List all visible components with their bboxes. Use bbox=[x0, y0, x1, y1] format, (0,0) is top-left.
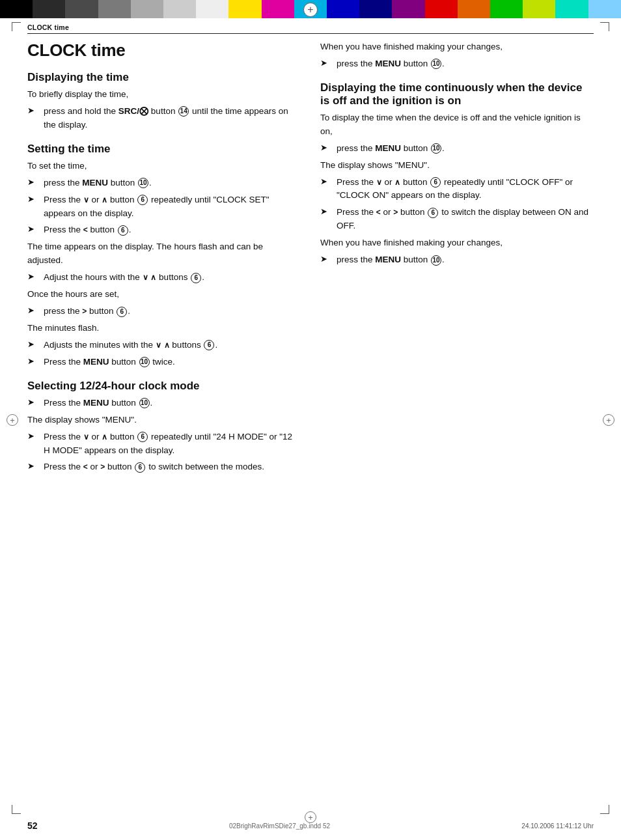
arrow-icon: ➤ bbox=[320, 254, 335, 264]
list-item: ➤ press the MENU button 10. bbox=[320, 57, 594, 71]
continuous-intro: To display the time when the device is o… bbox=[320, 111, 594, 139]
right-intro: When you have finished making your chang… bbox=[320, 40, 594, 54]
color-lime bbox=[523, 0, 555, 18]
color-ltblue bbox=[555, 0, 588, 18]
footer-date: 24.10.2006 11:41:12 Uhr bbox=[521, 822, 594, 830]
arrow-icon: ➤ bbox=[27, 305, 42, 315]
item-text: Press the < or > button 6 to switch the … bbox=[337, 206, 594, 233]
arrow-icon: ➤ bbox=[320, 206, 335, 216]
crosshair-top-center bbox=[303, 3, 318, 17]
page-title: CLOCK time bbox=[27, 40, 301, 61]
list-item: ➤ Adjust the hours with the ∨ ∧ buttons … bbox=[27, 271, 301, 285]
corner-mark-br bbox=[600, 805, 609, 814]
item-text: press the > button 6. bbox=[44, 305, 301, 318]
arrow-icon: ➤ bbox=[320, 143, 335, 152]
mid-text-changes2: When you have finished making your chang… bbox=[320, 236, 594, 250]
heading-setting-time: Setting the time bbox=[27, 143, 301, 156]
arrow-icon: ➤ bbox=[27, 461, 42, 471]
color-red bbox=[425, 0, 458, 18]
two-col-layout: CLOCK time Displaying the time To briefl… bbox=[27, 40, 594, 477]
list-item: ➤ press the MENU button 10. bbox=[320, 142, 594, 156]
item-text: press the MENU button 10. bbox=[337, 253, 594, 267]
list-item: ➤ Adjusts the minutes with the ∨ ∧ butto… bbox=[27, 339, 301, 352]
section-label: CLOCK time bbox=[27, 23, 594, 34]
item-text: Press the MENU button 10. bbox=[44, 397, 301, 410]
list-item: ➤ Press the ∨ or ∧ button 6 repeatedly u… bbox=[27, 193, 301, 221]
item-text: press and hold the SRC/⨂ button 14 until… bbox=[44, 105, 301, 132]
arrow-icon: ➤ bbox=[27, 431, 42, 441]
color-white bbox=[196, 0, 228, 18]
mid-text-minutes: The minutes flash. bbox=[27, 322, 301, 335]
list-item: ➤ Press the MENU button 10. bbox=[27, 397, 301, 410]
item-text: Press the ∨ or ∧ button 6 repeatedly unt… bbox=[337, 176, 594, 203]
item-text: Press the < or > button 6 to switch betw… bbox=[44, 460, 301, 474]
heading-clock-mode: Selecting 12/24-hour clock mode bbox=[27, 380, 301, 393]
arrow-icon: ➤ bbox=[27, 339, 42, 349]
color-orange bbox=[458, 0, 490, 18]
arrow-icon: ➤ bbox=[27, 224, 42, 234]
item-text: press the MENU button 10. bbox=[337, 57, 594, 71]
mid-text-menu2: The display shows "MENU". bbox=[320, 159, 594, 173]
right-column: When you have finished making your chang… bbox=[320, 40, 594, 477]
color-blue bbox=[327, 0, 359, 18]
list-item: ➤ Press the ∨ or ∧ button 6 repeatedly u… bbox=[320, 176, 594, 203]
arrow-icon: ➤ bbox=[27, 356, 42, 366]
corner-mark-bl bbox=[12, 805, 21, 814]
color-green bbox=[490, 0, 523, 18]
arrow-icon: ➤ bbox=[27, 194, 42, 204]
list-item: ➤ Press the < button 6. bbox=[27, 223, 301, 237]
item-text: press the MENU button 10. bbox=[337, 142, 594, 156]
list-item: ➤ Press the < or > button 6 to switch th… bbox=[320, 206, 594, 233]
color-magenta bbox=[262, 0, 294, 18]
setting-time-intro: To set the time, bbox=[27, 160, 301, 173]
color-skyblue bbox=[588, 0, 621, 18]
color-dark2 bbox=[65, 0, 98, 18]
mid-text-hours-set: Once the hours are set, bbox=[27, 288, 301, 301]
heading-displaying-time: Displaying the time bbox=[27, 71, 301, 84]
mid-text-menu: The display shows "MENU". bbox=[27, 413, 301, 427]
arrow-icon: ➤ bbox=[320, 58, 335, 68]
mid-text-hours: The time appears on the display. The hou… bbox=[27, 240, 301, 268]
arrow-icon: ➤ bbox=[27, 272, 42, 281]
page-number: 52 bbox=[27, 820, 38, 831]
list-item: ➤ press and hold the SRC/⨂ button 14 unt… bbox=[27, 105, 301, 132]
item-text: press the MENU button 10. bbox=[44, 176, 301, 190]
content-area: CLOCK time CLOCK time Displaying the tim… bbox=[0, 18, 621, 516]
item-text: Press the ∨ or ∧ button 6 repeatedly unt… bbox=[44, 193, 301, 221]
item-text: Adjusts the minutes with the ∨ ∧ buttons… bbox=[44, 339, 301, 352]
color-lgray bbox=[131, 0, 163, 18]
arrow-icon: ➤ bbox=[27, 177, 42, 187]
color-dark bbox=[33, 0, 65, 18]
list-item: ➤ Press the < or > button 6 to switch be… bbox=[27, 460, 301, 474]
displaying-time-intro: To briefly display the time, bbox=[27, 88, 301, 102]
list-item: ➤ Press the MENU button 10 twice. bbox=[27, 356, 301, 369]
list-item: ➤ Press the ∨ or ∧ button 6 repeatedly u… bbox=[27, 430, 301, 458]
color-purple bbox=[392, 0, 424, 18]
page: CLOCK time CLOCK time Displaying the tim… bbox=[0, 0, 621, 840]
color-darkblue bbox=[359, 0, 392, 18]
left-column: CLOCK time Displaying the time To briefl… bbox=[27, 40, 301, 477]
item-text: Adjust the hours with the ∨ ∧ buttons 6. bbox=[44, 271, 301, 285]
page-footer: 52 02BrighRavRimSDie27_gb.indd 52 24.10.… bbox=[0, 820, 621, 831]
color-yellow bbox=[228, 0, 261, 18]
item-text: Press the ∨ or ∧ button 6 repeatedly unt… bbox=[44, 430, 301, 458]
footer-file: 02BrighRavRimSDie27_gb.indd 52 bbox=[229, 822, 330, 830]
arrow-icon: ➤ bbox=[27, 397, 42, 407]
heading-continuous-display: Displaying the time continuously when th… bbox=[320, 81, 594, 107]
list-item: ➤ press the > button 6. bbox=[27, 305, 301, 318]
list-item: ➤ press the MENU button 10. bbox=[27, 176, 301, 190]
arrow-icon: ➤ bbox=[320, 176, 335, 186]
item-text: Press the MENU button 10 twice. bbox=[44, 356, 301, 369]
list-item: ➤ press the MENU button 10. bbox=[320, 253, 594, 267]
arrow-icon: ➤ bbox=[27, 105, 42, 115]
color-llgray bbox=[163, 0, 196, 18]
color-gray bbox=[98, 0, 131, 18]
color-black bbox=[0, 0, 33, 18]
item-text: Press the < button 6. bbox=[44, 223, 301, 237]
